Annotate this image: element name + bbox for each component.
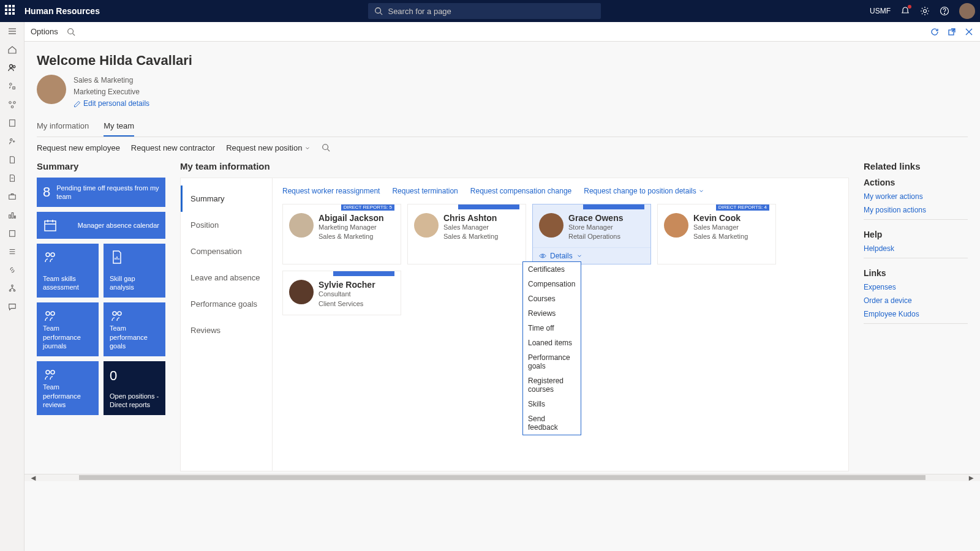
card-accent [458,204,519,209]
home-icon[interactable] [7,44,18,55]
direct-reports-badge: DIRECT REPORTS: 4 [716,204,769,211]
link-helpdesk[interactable]: Helpdesk [864,244,968,253]
chart-icon[interactable] [7,209,18,220]
dropdown-item[interactable]: Loaned items [523,335,581,350]
org-icon[interactable] [7,99,18,110]
link-expenses[interactable]: Expenses [864,283,968,291]
team-nav-position[interactable]: Position [181,212,272,238]
dropdown-item[interactable]: Skills [523,397,581,411]
dropdown-item[interactable]: Reviews [523,306,581,321]
card-accent [583,204,644,209]
popout-icon[interactable] [947,27,957,37]
close-icon[interactable] [964,27,974,37]
tile-perf-journals[interactable]: Team performance journals [37,302,99,356]
hierarchy-icon[interactable] [7,283,18,294]
card-role: Store Manager [568,223,624,232]
hamburger-icon[interactable] [7,26,18,37]
link-icon[interactable] [7,264,18,276]
link-pos-change[interactable]: Request change to position details [584,187,704,195]
tile-skills-assessment[interactable]: Team skills assessment [37,244,99,298]
svg-point-14 [11,106,13,108]
team-panel: Summary Position Compensation Leave and … [180,178,849,471]
people-icon [110,309,124,323]
tile-perf-goals[interactable]: Team performance goals [104,302,165,356]
link-kudos[interactable]: Employee Kudos [864,310,968,318]
briefcase-icon[interactable] [7,191,18,202]
dropdown-item[interactable]: Performance goals [523,350,581,373]
team-card-selected[interactable]: Grace Owens Store Manager Retail Operati… [532,204,651,265]
team-card[interactable]: DIRECT REPORTS: 5 Abigail Jackson Market… [282,204,401,265]
svg-point-28 [9,290,11,291]
document-icon[interactable] [7,154,18,165]
svg-point-10 [9,83,12,86]
document2-icon[interactable] [7,173,18,184]
svg-point-41 [46,253,50,257]
search-icon[interactable] [67,28,75,36]
tile-perf-reviews[interactable]: Team performance reviews [37,361,99,415]
main-tabs: My information My team [37,118,968,137]
team-nav-goals[interactable]: Performance goals [181,291,272,317]
link-order-device[interactable]: Order a device [864,296,968,305]
scroll-left-icon[interactable]: ◄ [24,473,42,482]
svg-point-12 [9,102,11,104]
people-icon[interactable] [7,62,18,73]
avatar [539,213,564,238]
dropdown-item[interactable]: Courses [523,291,581,306]
team-nav-leave[interactable]: Leave and absence [181,264,272,291]
dropdown-item[interactable]: Time off [523,321,581,335]
link-terminate[interactable]: Request termination [392,187,458,195]
horizontal-scrollbar[interactable]: ◄ ► [24,474,980,481]
tile-skill-gap[interactable]: Skill gap analysis [104,244,165,298]
team-nav-compensation[interactable]: Compensation [181,238,272,264]
team-card[interactable]: Chris Ashton Sales Manager Sales & Marke… [407,204,526,265]
tab-my-information[interactable]: My information [37,118,89,137]
card-name: Grace Owens [568,213,624,223]
tile-pending-timeoff[interactable]: 8 Pending time off requests from my team [37,178,165,208]
team-card[interactable]: DIRECT REPORTS: 4 Kevin Cook Sales Manag… [657,204,776,265]
profile-avatar [37,75,66,104]
request-new-position[interactable]: Request new position [226,143,311,152]
details-dropdown: Certificates Compensation Courses Review… [522,261,581,435]
notification-icon[interactable] [900,6,910,16]
scrollbar-thumb[interactable] [79,475,925,480]
edit-personal-details-link[interactable]: Edit personal details [74,98,149,110]
link-worker-actions[interactable]: My worker actions [864,192,968,201]
dropdown-item[interactable]: Compensation [523,277,581,291]
company-code[interactable]: USMF [870,7,891,15]
request-new-contractor[interactable]: Request new contractor [131,143,215,152]
link-position-actions[interactable]: My position actions [864,206,968,214]
dropdown-item[interactable]: Certificates [523,262,581,277]
clipboard-icon[interactable] [7,118,18,129]
team-nav-summary[interactable]: Summary [181,186,272,212]
summary-title: Summary [37,161,165,171]
dropdown-item[interactable]: Registered courses [523,373,581,397]
waffle-icon[interactable] [5,5,17,17]
person-add-icon[interactable] [7,136,18,147]
tab-my-team[interactable]: My team [104,118,134,137]
calendar-icon [43,218,58,233]
person-tree-icon[interactable] [7,81,18,92]
team-nav-reviews[interactable]: Reviews [181,317,272,343]
building-icon[interactable] [7,228,18,239]
scroll-right-icon[interactable]: ► [962,473,980,482]
link-reassign[interactable]: Request worker reassignment [282,187,380,195]
options-button[interactable]: Options [31,27,58,36]
search-icon[interactable] [322,143,330,152]
tile-open-positions[interactable]: 0 Open positions - Direct reports [104,361,165,415]
tile-absence-calendar[interactable]: Manager absence calendar [37,212,165,239]
refresh-icon[interactable] [930,27,940,37]
page-title: Welcome Hilda Cavallari [37,53,968,69]
svg-rect-37 [45,221,56,231]
search-input[interactable]: Search for a page [368,3,601,19]
user-avatar[interactable] [959,3,975,19]
team-card[interactable]: Sylvie Rocher Consultant Client Services [282,271,401,315]
dropdown-item[interactable]: Send feedback [523,411,581,435]
list-icon[interactable] [7,246,18,257]
chat-icon[interactable] [7,301,18,312]
card-role: Consultant [318,290,375,299]
request-new-employee[interactable]: Request new employee [37,143,120,152]
link-comp-change[interactable]: Request compensation change [470,187,571,195]
gear-icon[interactable] [920,6,930,16]
help-icon[interactable] [940,6,949,16]
help-heading: Help [864,230,968,239]
